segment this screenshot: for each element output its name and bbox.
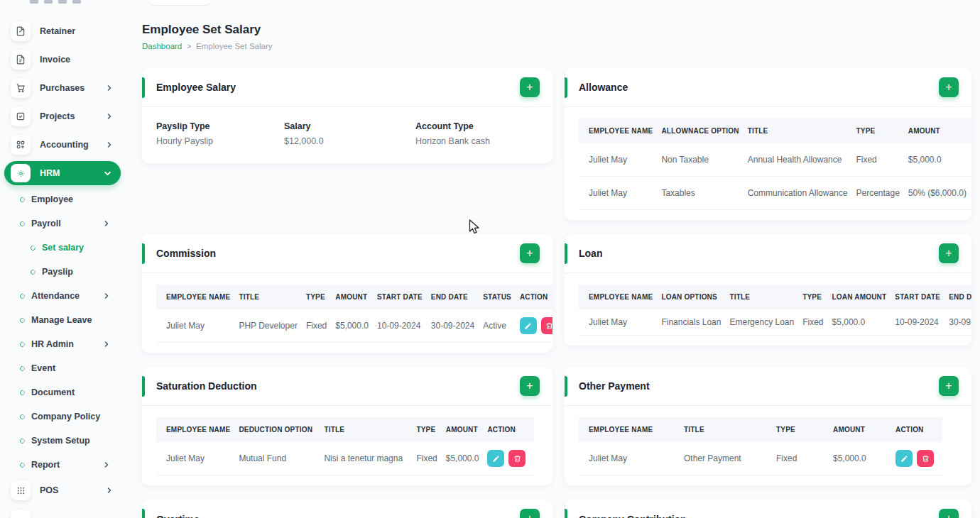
add-other-payment-button[interactable]: + bbox=[939, 376, 959, 396]
chevron-down-icon bbox=[104, 170, 111, 177]
sidebar-label: Payroll bbox=[31, 219, 61, 228]
sidebar-item-invoice[interactable]: Invoice bbox=[0, 45, 125, 74]
add-loan-button[interactable]: + bbox=[939, 243, 959, 263]
col-header: ACTION bbox=[895, 417, 942, 442]
add-company-contribution-button[interactable]: + bbox=[939, 509, 959, 518]
commission-table: EMPLOYEE NAME TITLE TYPE AMOUNT START DA… bbox=[156, 285, 552, 343]
col-header: EMPLOYEE NAME bbox=[579, 417, 684, 442]
table-row: Juliet May Mutual Fund Nisi a tenetur ma… bbox=[156, 442, 534, 475]
add-allowance-button[interactable]: + bbox=[939, 77, 959, 97]
overtime-card: Overtime + bbox=[142, 500, 552, 518]
breadcrumb-separator: > bbox=[187, 43, 191, 50]
table-header-row: EMPLOYEE NAME TITLE TYPE AMOUNT START DA… bbox=[156, 285, 552, 309]
card-title: Employee Salary bbox=[156, 82, 236, 93]
sidebar-label: Set salary bbox=[42, 243, 84, 253]
chevron-right-icon bbox=[107, 142, 112, 148]
table-row: Juliet May Non Taxable Annual Health All… bbox=[579, 143, 971, 177]
saturation-deduction-table: EMPLOYEE NAME DEDUCTION OPTION TITLE TYP… bbox=[156, 417, 552, 475]
app-logo bbox=[30, 0, 87, 4]
page-header: Employee Set Salary Dashboard > Employee… bbox=[142, 23, 971, 50]
sidebar-item-set-salary[interactable]: Set salary bbox=[0, 236, 125, 260]
add-overtime-button[interactable]: + bbox=[520, 509, 540, 518]
sidebar-item-accounting[interactable]: Accounting bbox=[0, 131, 125, 159]
breadcrumb-dashboard-link[interactable]: Dashboard bbox=[142, 42, 182, 50]
bullet-icon bbox=[19, 437, 26, 444]
table-header-row: EMPLOYEE NAME ALLOWNACE OPTION TITLE TYP… bbox=[579, 119, 971, 143]
add-employee-salary-button[interactable]: + bbox=[520, 77, 540, 97]
col-header: ACTION bbox=[520, 285, 552, 309]
sidebar-item-retainer[interactable]: Retainer bbox=[0, 17, 125, 45]
bullet-icon bbox=[19, 365, 26, 372]
sidebar-label: Retainer bbox=[40, 26, 75, 36]
table-row: Juliet May PHP Developer Fixed $5,000.0 … bbox=[156, 309, 552, 343]
sidebar-label: HRM bbox=[40, 168, 60, 178]
table-row: Juliet May Other Payment Fixed $5,000.0 bbox=[579, 442, 942, 475]
chevron-right-icon bbox=[107, 85, 112, 91]
delete-button[interactable] bbox=[917, 450, 934, 467]
sidebar-item-hr-admin[interactable]: HR Admin bbox=[0, 332, 125, 356]
sidebar-label: Event bbox=[31, 363, 55, 373]
add-saturation-deduction-button[interactable]: + bbox=[520, 376, 540, 396]
col-header: TYPE bbox=[776, 417, 833, 442]
edit-button[interactable] bbox=[895, 450, 913, 467]
sidebar-item-document[interactable]: Document bbox=[0, 380, 125, 404]
sidebar-item-manage-leave[interactable]: Manage Leave bbox=[0, 308, 125, 332]
bullet-icon bbox=[19, 196, 26, 203]
sidebar-item-purchases[interactable]: Purchases bbox=[0, 74, 125, 102]
sidebar-label: Document bbox=[31, 387, 75, 397]
bullet-icon bbox=[19, 413, 26, 420]
card-title: Other Payment bbox=[579, 380, 650, 392]
edit-button[interactable] bbox=[487, 450, 504, 467]
sidebar-item-employee[interactable]: Employee bbox=[0, 187, 125, 211]
bullet-icon bbox=[19, 220, 26, 227]
card-title: Overtime bbox=[156, 514, 200, 518]
sidebar-label: Invoice bbox=[40, 55, 70, 65]
sidebar-item-payslip[interactable]: Payslip bbox=[0, 260, 125, 284]
sidebar-item-payroll[interactable]: Payroll bbox=[0, 211, 125, 236]
col-header: TYPE bbox=[306, 285, 335, 309]
delete-button[interactable] bbox=[508, 450, 526, 467]
delete-button[interactable] bbox=[541, 317, 552, 334]
col-header: TITLE bbox=[729, 285, 802, 309]
card-title: Loan bbox=[579, 248, 602, 259]
loan-card: Loan + EMPLOYEE NAME LOAN OPTIONS TITLE … bbox=[565, 234, 971, 346]
chevron-right-icon bbox=[104, 221, 109, 226]
sidebar-item-report[interactable]: Report bbox=[0, 453, 125, 477]
col-header: AMOUNT bbox=[833, 417, 895, 442]
col-header: TYPE bbox=[856, 119, 908, 143]
col-header: TYPE bbox=[802, 285, 832, 309]
col-header: EMPLOYEE NAME bbox=[579, 119, 661, 143]
sidebar-item-system-setup[interactable]: System Setup bbox=[0, 429, 125, 453]
bullet-icon bbox=[19, 461, 26, 468]
sidebar-item-pos[interactable]: POS bbox=[0, 477, 125, 504]
col-header: TITLE bbox=[748, 119, 856, 143]
bullet-icon bbox=[30, 268, 37, 275]
status-badge: Active bbox=[483, 309, 520, 343]
edit-button[interactable] bbox=[520, 317, 537, 334]
sidebar-item-attendance[interactable]: Attendance bbox=[0, 284, 125, 308]
loan-table: EMPLOYEE NAME LOAN OPTIONS TITLE TYPE LO… bbox=[579, 285, 971, 336]
col-header: AMOUNT bbox=[446, 417, 488, 442]
sidebar-item-event[interactable]: Event bbox=[0, 356, 125, 380]
sidebar-label: POS bbox=[40, 485, 58, 495]
bullet-icon bbox=[19, 341, 26, 348]
sidebar-item-hrm[interactable]: HRM bbox=[4, 161, 121, 185]
sidebar-label: System Setup bbox=[31, 436, 90, 446]
field-label: Payslip Type bbox=[156, 121, 284, 131]
col-header: START DATE bbox=[377, 285, 431, 309]
other-payment-card: Other Payment + EMPLOYEE NAME TITLE TYPE… bbox=[565, 367, 971, 485]
chevron-right-icon bbox=[107, 487, 112, 493]
card-title: Commission bbox=[156, 248, 216, 259]
sidebar-item-company-policy[interactable]: Company Policy bbox=[0, 404, 125, 429]
sidebar-label: Manage Leave bbox=[31, 315, 92, 325]
add-commission-button[interactable]: + bbox=[520, 243, 540, 263]
sidebar-label: Projects bbox=[40, 111, 75, 121]
col-header: TITLE bbox=[684, 417, 776, 442]
table-header-row: EMPLOYEE NAME LOAN OPTIONS TITLE TYPE LO… bbox=[579, 285, 971, 309]
col-header: LOAN AMOUNT bbox=[832, 285, 895, 309]
topbar-search-remnant bbox=[146, 0, 214, 6]
pos-icon bbox=[11, 480, 31, 500]
sidebar-label: Accounting bbox=[40, 140, 89, 150]
chevron-right-icon bbox=[104, 293, 109, 299]
sidebar-item-projects[interactable]: Projects bbox=[0, 102, 125, 131]
